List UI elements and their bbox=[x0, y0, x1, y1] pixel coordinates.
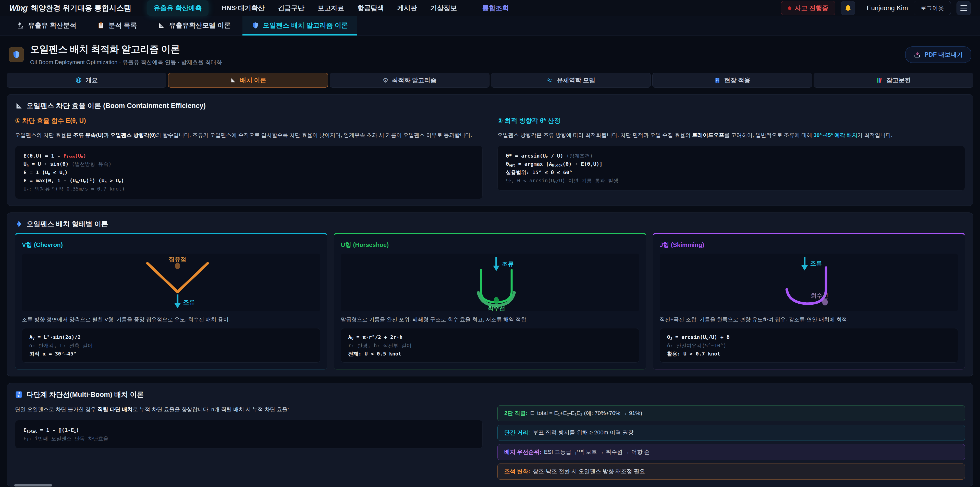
svg-text:12: 12 bbox=[18, 392, 21, 395]
bell-icon bbox=[844, 4, 852, 12]
download-icon bbox=[914, 51, 921, 58]
globe-icon bbox=[75, 77, 82, 83]
tab-references[interactable]: 참고문헌 bbox=[814, 73, 974, 88]
tab-label: 분석 목록 bbox=[108, 21, 137, 30]
horseshoe-description: 말굽형으로 기름을 완전 포위. 폐쇄형 구조로 회수 효율 최고, 저조류 해… bbox=[341, 315, 639, 324]
page-header: 오일펜스 배치 최적화 알고리즘 이론 Oil Boom Deployment … bbox=[6, 36, 974, 72]
tab-analysis-list[interactable]: 분석 목록 bbox=[88, 16, 146, 35]
building-icon bbox=[714, 77, 721, 83]
tab-label: 최적화 알고리즘 bbox=[392, 76, 437, 84]
tab-hydrodynamics-model[interactable]: 유체역학 모델 bbox=[491, 73, 651, 88]
formula-line: 단, θ < arcsin(Uc/U) 이면 기름 통과 발생 bbox=[506, 176, 956, 185]
efficiency-right-column: ② 최적 방향각 θ* 산정 오일펜스 방향각은 조류 방향에 따라 최적화됩니… bbox=[497, 110, 965, 199]
note-spacing: 단간 거리:부표 집적 방지를 위해 ≥ 200m 이격 권장 bbox=[497, 425, 965, 441]
page-title: 오일펜스 배치 최적화 알고리즘 이론 bbox=[30, 43, 222, 56]
note-text: 창조·낙조 전환 시 오일펜스 방향 재조정 필요 bbox=[533, 468, 645, 474]
tab-label: 오일펜스 배치 알고리즘 이론 bbox=[263, 21, 348, 30]
multi-boom-notes: 2단 직렬:E_total = E₁+E₂-E₁E₂ (예: 70%+70% →… bbox=[497, 405, 965, 479]
formula-line: θ* = arcsin(Uc / U) (임계조건) bbox=[506, 152, 956, 160]
export-pdf-button[interactable]: PDF 내보내기 bbox=[905, 46, 971, 63]
formula-line: Uc: 임계유속(약 0.35m/s ≈ 0.7 knot) bbox=[24, 185, 474, 193]
formula-line: AV = L²·sin(2α)/2 bbox=[29, 333, 313, 341]
tab-diffusion-model-theory[interactable]: 유출유확산모델 이론 bbox=[148, 16, 240, 35]
nav-item-reports[interactable]: 보고자료 bbox=[318, 3, 344, 13]
optimal-angle-paragraph: 오일펜스 방향각은 조류 방향에 따라 최적화됩니다. 차단 면적과 오일 수집… bbox=[497, 131, 965, 140]
tab-overview[interactable]: 개요 bbox=[6, 73, 166, 88]
logout-button[interactable]: 로그아웃 bbox=[914, 1, 951, 15]
tab-optimization-algorithm[interactable]: ⚙ 최적화 알고리즘 bbox=[330, 73, 490, 88]
svg-text:34: 34 bbox=[18, 395, 21, 398]
multi-boom-left-column: 단일 오일펜스로 차단 불가한 경우 직렬 다단 배치로 누적 차단 효율을 향… bbox=[15, 399, 483, 479]
nav-item-weather[interactable]: 기상정보 bbox=[430, 3, 457, 13]
note-priority: 배치 우선순위:ESI 고등급 구역 보호 → 취수원 → 어항 순 bbox=[497, 444, 965, 460]
skimming-title: J형 (Skimming) bbox=[660, 241, 958, 249]
set-square-icon bbox=[158, 22, 165, 29]
nav-item-oil-spill-prediction[interactable]: 유출유 확산예측 bbox=[147, 0, 208, 16]
note-label: 배치 우선순위: bbox=[504, 449, 541, 455]
multi-boom-columns: 단일 오일펜스로 차단 불가한 경우 직렬 다단 배치로 누적 차단 효율을 향… bbox=[15, 399, 965, 479]
formula-line: r: 반경, h: 직선부 길이 bbox=[348, 342, 632, 350]
tab-label: 배치 이론 bbox=[240, 76, 266, 84]
nav-item-emergency-rescue[interactable]: 긴급구난 bbox=[278, 3, 304, 13]
incident-status-badge[interactable]: 사고 진행중 bbox=[781, 1, 835, 15]
current-arrow-head bbox=[801, 265, 808, 270]
note-label: 단간 거리: bbox=[504, 429, 530, 436]
shield-icon bbox=[251, 22, 259, 29]
horseshoe-diagram: 조류 회수선 bbox=[341, 254, 639, 311]
card-skimming: J형 (Skimming) 조류 회수선 직선+곡선 조합. 기름을 한쪽으로 … bbox=[653, 233, 965, 370]
microscope-icon bbox=[17, 22, 24, 29]
nav-item-aerial-search[interactable]: 항공탐색 bbox=[357, 3, 384, 13]
skimming-formula-block: θJ = arcsin(Uc/U) + δ δ: 안전여유각(5°~10°) 활… bbox=[660, 328, 958, 362]
note-label: 조석 변화: bbox=[504, 468, 530, 474]
current-label: 조류 bbox=[183, 299, 195, 305]
nav-item-hns-atmospheric[interactable]: HNS·대기확산 bbox=[222, 3, 265, 13]
chevron-diagram: 집유점 조류 bbox=[22, 254, 320, 311]
efficiency-function-paragraph: 오일펜스의 차단 효율은 조류 유속(U)과 오일펜스 방향각(θ)의 함수입니… bbox=[15, 131, 483, 140]
shape-cards: V형 (Chevron) 집유점 조류 조류 방향 정면에서 양측으로 펼친 V… bbox=[15, 233, 965, 370]
skimming-description: 직선+곡선 조합. 기름을 한쪽으로 편향 유도하여 집유. 강조류·연안 배치… bbox=[660, 315, 958, 324]
formula-line: 전제: U < 0.5 knot bbox=[348, 350, 632, 358]
gear-icon: ⚙ bbox=[383, 77, 388, 84]
formula-line: θopt = argmax [Ablock(θ) · E(θ,U)] bbox=[506, 160, 956, 168]
app-logo[interactable]: Wing 해양환경 위기대응 통합시스템 bbox=[9, 3, 131, 13]
clipboard-icon bbox=[97, 22, 105, 29]
section-tabs: 개요 배치 이론 ⚙ 최적화 알고리즘 유체역학 모델 현장 적용 bbox=[6, 73, 974, 88]
card-chevron: V형 (Chevron) 집유점 조류 조류 방향 정면에서 양측으로 펼친 V… bbox=[15, 233, 327, 370]
formula-line: 실용범위: 15° ≤ θ ≤ 60° bbox=[506, 168, 956, 176]
horizontal-scrollbar-thumb[interactable] bbox=[14, 484, 52, 487]
formula-line: α: 반개각, L: 편측 길이 bbox=[29, 342, 313, 350]
section-title: 12 34 다단계 차단선(Multi-Boom) 배치 이론 bbox=[15, 390, 965, 399]
incident-status-label: 사고 진행중 bbox=[795, 4, 829, 12]
current-arrow-head bbox=[174, 303, 181, 308]
efficiency-columns: ① 차단 효율 함수 E(θ, U) 오일펜스의 차단 효율은 조류 유속(U)… bbox=[15, 110, 965, 199]
tab-field-application[interactable]: 현장 적용 bbox=[652, 73, 812, 88]
nav-item-integrated-search[interactable]: 통합조회 bbox=[470, 3, 509, 13]
section-title-text: 다단계 차단선(Multi-Boom) 배치 이론 bbox=[27, 390, 144, 399]
nav-item-board[interactable]: 게시판 bbox=[397, 3, 417, 13]
menu-button[interactable] bbox=[956, 1, 971, 15]
formula-line: θJ = arcsin(Uc/U) + δ bbox=[667, 333, 951, 341]
formula-line: Ei: i번째 오일펜스 단독 차단효율 bbox=[24, 434, 474, 442]
note-two-stage-series: 2단 직렬:E_total = E₁+E₂-E₁E₂ (예: 70%+70% →… bbox=[497, 405, 965, 422]
diamond-icon bbox=[15, 220, 23, 228]
recovery-point-dot bbox=[494, 297, 499, 304]
shield-badge-icon bbox=[9, 47, 24, 62]
note-text: ESI 고등급 구역 보호 → 취수원 → 어항 순 bbox=[544, 449, 649, 455]
section-boom-configurations: 오일펜스 배치 형태별 이론 V형 (Chevron) 집유점 조류 조류 방향… bbox=[6, 212, 974, 377]
multi-boom-paragraph: 단일 오일펜스로 차단 불가한 경우 직렬 다단 배치로 누적 차단 효율을 향… bbox=[15, 405, 483, 414]
top-navigation-bar: Wing 해양환경 위기대응 통합시스템 유출유 확산예측 HNS·대기확산 긴… bbox=[0, 0, 980, 16]
main-nav: 유출유 확산예측 HNS·대기확산 긴급구난 보고자료 항공탐색 게시판 기상정… bbox=[147, 0, 509, 16]
topbar-right: 사고 진행중 Eunjeong Kim 로그아웃 bbox=[781, 1, 971, 15]
tab-boom-algorithm-theory[interactable]: 오일펜스 배치 알고리즘 이론 bbox=[242, 16, 357, 35]
formula-line: AU = π·r²/2 + 2r·h bbox=[348, 333, 632, 341]
hamburger-icon bbox=[960, 4, 967, 12]
tab-label: 유출유확산모델 이론 bbox=[169, 21, 231, 30]
tab-deployment-theory[interactable]: 배치 이론 bbox=[168, 73, 328, 88]
status-dot-icon bbox=[788, 6, 791, 10]
notifications-button[interactable] bbox=[841, 1, 855, 15]
multi-boom-formula-block: Etotal = 1 - ∏(1-Ei) Ei: i번째 오일펜스 단독 차단효… bbox=[15, 420, 483, 449]
formula-line: E = max(0, 1 - (Un/Uc)²) (Un > Uc) bbox=[24, 176, 474, 185]
app-title: 해양환경 위기대응 통합시스템 bbox=[31, 3, 131, 13]
wing-logo-icon: Wing bbox=[9, 3, 27, 13]
tab-spill-analysis[interactable]: 유출유 확산분석 bbox=[8, 16, 86, 35]
